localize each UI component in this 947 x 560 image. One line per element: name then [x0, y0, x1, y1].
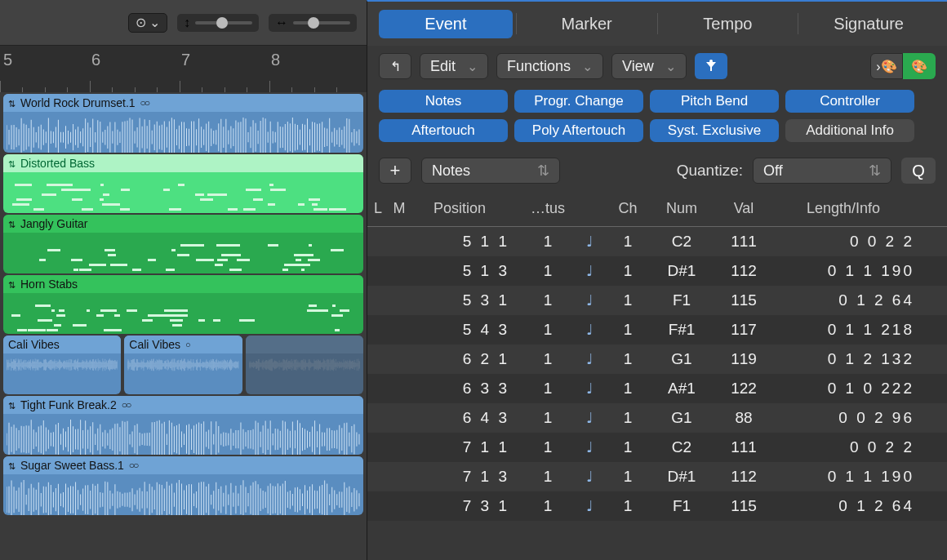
drag-icon — [8, 398, 16, 411]
note-icon: ♩ — [586, 351, 593, 367]
note-icon: ♩ — [586, 233, 593, 250]
timeline-ruler[interactable]: 5 6 7 8 — [0, 45, 367, 92]
col-m[interactable]: M — [389, 200, 410, 217]
functions-menu[interactable]: Functions — [496, 53, 603, 79]
note-icon: ♩ — [586, 469, 593, 485]
track-name: Horn Stabs — [20, 278, 78, 291]
event-row[interactable]: 6 2 11♩1G11190 1 2 132 — [367, 344, 947, 374]
event-list-panel: EventMarkerTempoSignature ↰ Edit Functio… — [367, 0, 947, 560]
col-length[interactable]: Length/Info — [772, 200, 947, 217]
tracks-toolbar: ⊙ ⌄ ↕ ↔ — [0, 0, 367, 45]
event-row[interactable]: 5 4 31♩1F#11170 1 1 218 — [367, 315, 947, 344]
track-region[interactable]: Tight Funk Break.2○○ — [3, 396, 363, 455]
tracks-panel: ⊙ ⌄ ↕ ↔ 5 6 7 8 World Rock Drumset.1○○Di… — [0, 0, 367, 560]
filter-controller[interactable]: Controller — [785, 90, 914, 113]
drag-icon — [8, 278, 16, 291]
event-row[interactable]: 5 3 11♩1F11150 1 2 64 — [367, 286, 947, 315]
col-l[interactable]: L — [367, 200, 389, 217]
track-name: Sugar Sweet Bass.1 — [20, 459, 124, 472]
event-row[interactable]: 5 1 31♩1D#11120 1 1 190 — [367, 256, 947, 286]
view-menu[interactable]: View — [611, 53, 687, 79]
track-name: Jangly Guitar — [20, 217, 87, 230]
options-menu-button[interactable]: ⊙ ⌄ — [128, 13, 167, 33]
note-icon: ♩ — [586, 410, 593, 426]
horizontal-zoom-slider[interactable]: ↔ — [269, 14, 357, 32]
event-row[interactable]: 7 3 11♩1F11150 1 2 64 — [367, 491, 947, 521]
loop-icon: ○○ — [122, 399, 131, 411]
col-val[interactable]: Val — [715, 200, 772, 217]
col-position[interactable]: Position — [410, 200, 524, 217]
filter-pitch-bend[interactable]: Pitch Bend — [650, 90, 779, 113]
tab-tempo[interactable]: Tempo — [661, 10, 795, 38]
track-region[interactable]: Distorted Bass — [3, 154, 363, 213]
note-icon: ♩ — [586, 322, 593, 338]
tracks-area: World Rock Drumset.1○○Distorted BassJang… — [0, 92, 367, 560]
col-status[interactable]: …tus — [524, 200, 571, 217]
event-grid-body: 5 1 11♩1C21110 0 2 25 1 31♩1D#11120 1 1 … — [367, 227, 947, 560]
loop-icon: ○○ — [140, 97, 149, 109]
note-icon: ♩ — [586, 263, 593, 279]
event-row[interactable]: 7 1 11♩1C21110 0 2 2 — [367, 433, 947, 462]
vertical-zoom-icon: ↕ — [184, 16, 190, 30]
note-icon: ♩ — [586, 498, 593, 514]
quantize-button[interactable]: Q — [901, 158, 936, 184]
track-region[interactable]: Sugar Sweet Bass.1○○ — [3, 456, 363, 515]
list-editor-tabs: EventMarkerTempoSignature — [367, 2, 947, 46]
col-num[interactable]: Num — [648, 200, 715, 217]
event-grid-header: L M Position …tus Ch Num Val Length/Info — [367, 191, 947, 227]
add-event-row: + Notes⇅ Quantize: Off⇅ Q — [367, 150, 947, 191]
loop-icon: ○○ — [129, 460, 138, 471]
filter-progr-change[interactable]: Progr. Change — [514, 90, 643, 113]
track-region[interactable]: Cali Vibes ○ — [124, 336, 242, 394]
filter-poly-aftertouch[interactable]: Poly Aftertouch — [514, 119, 643, 142]
add-type-select[interactable]: Notes⇅ — [421, 158, 560, 184]
add-button[interactable]: + — [379, 158, 411, 184]
tab-signature[interactable]: Signature — [802, 10, 936, 38]
event-row[interactable]: 5 1 11♩1C21110 0 2 2 — [367, 227, 947, 256]
event-row[interactable]: 7 1 31♩1D#11120 1 1 190 — [367, 462, 947, 491]
track-name: Distorted Bass — [20, 157, 95, 170]
track-region[interactable]: Horn Stabs — [3, 275, 363, 334]
drag-icon — [8, 459, 16, 472]
track-region[interactable] — [246, 336, 363, 394]
quantize-label: Quantize: — [677, 162, 743, 180]
drag-icon — [8, 157, 16, 170]
track-region[interactable]: Cali Vibes — [3, 336, 121, 394]
track-name: World Rock Drumset.1 — [20, 96, 136, 109]
back-button[interactable]: ↰ — [379, 53, 411, 79]
palette-left-icon[interactable]: ›🎨 — [870, 53, 903, 79]
event-filter-buttons: NotesProgr. ChangePitch BendControllerAf… — [367, 87, 947, 150]
tab-marker[interactable]: Marker — [520, 10, 654, 38]
track-region[interactable]: Jangly Guitar — [3, 215, 363, 273]
palette-right-icon[interactable]: 🎨 — [903, 53, 936, 79]
filter-notes[interactable]: Notes — [379, 90, 508, 113]
tab-event[interactable]: Event — [379, 10, 513, 38]
note-icon: ♩ — [586, 292, 593, 309]
quantize-select[interactable]: Off⇅ — [753, 158, 891, 184]
filter-additional-info[interactable]: Additional Info — [785, 119, 914, 142]
event-row[interactable]: 6 3 31♩1A#11220 1 0 222 — [367, 374, 947, 403]
horizontal-zoom-icon: ↔ — [275, 16, 288, 30]
svg-point-0 — [709, 60, 713, 63]
track-name: Tight Funk Break.2 — [20, 398, 117, 411]
edit-menu[interactable]: Edit — [420, 53, 488, 79]
col-channel[interactable]: Ch — [607, 200, 648, 217]
note-icon: ♩ — [586, 380, 593, 397]
drag-icon — [8, 96, 16, 109]
filter-syst-exclusive[interactable]: Syst. Exclusive — [650, 119, 779, 142]
filter-aftertouch[interactable]: Aftertouch — [379, 119, 508, 142]
drag-icon — [8, 217, 16, 230]
track-region[interactable]: World Rock Drumset.1○○ — [3, 94, 363, 153]
edit-toolbar: ↰ Edit Functions View ›🎨 🎨 — [367, 46, 947, 87]
filter-icon[interactable] — [695, 53, 727, 79]
event-row[interactable]: 6 4 31♩1G1880 0 2 96 — [367, 403, 947, 433]
vertical-zoom-slider[interactable]: ↕ — [177, 14, 259, 32]
note-icon: ♩ — [586, 439, 593, 456]
